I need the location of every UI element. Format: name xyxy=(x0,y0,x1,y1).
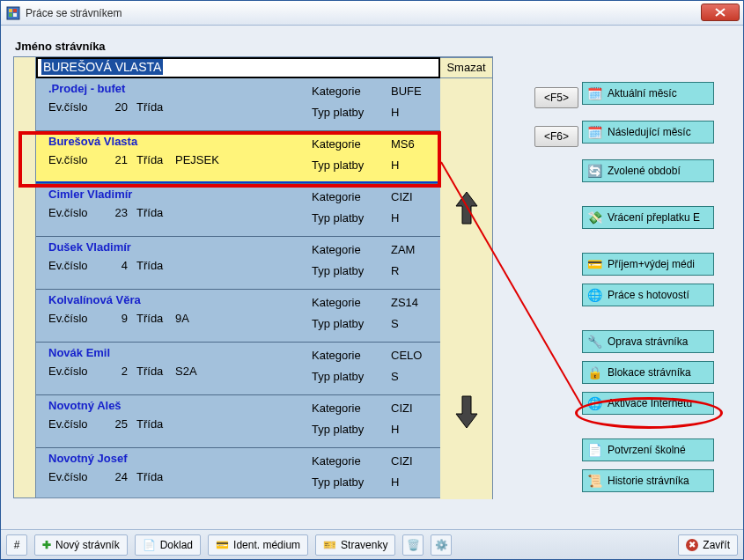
table-row[interactable]: Novotný JosefEv.číslo24TřídaKategorieCIZ… xyxy=(36,448,440,497)
refund-icon: 💸 xyxy=(586,210,602,225)
action-zvolene-obdobi[interactable]: 🔄 Zvolené období xyxy=(582,159,714,182)
kategorie-value: CIZI xyxy=(391,402,435,415)
table-row[interactable]: Kolvalínová VěraEv.číslo9Třída9AKategori… xyxy=(36,290,440,343)
trida-label: Třída xyxy=(136,470,175,483)
window-title: Práce se strávníkem xyxy=(26,7,122,19)
kategorie-label: Kategorie xyxy=(312,402,382,415)
card-icon: 💳 xyxy=(216,539,229,551)
cash-icon: 🌐 xyxy=(586,287,602,303)
lock-icon: 🔒 xyxy=(586,365,602,380)
ev-label: Ev.číslo xyxy=(48,259,101,272)
typplatby-label: Typ platby xyxy=(312,211,382,225)
table-row[interactable]: Novotný AlešEv.číslo25TřídaKategorieCIZI… xyxy=(36,395,440,448)
smazat-column: Smazat xyxy=(440,57,493,499)
doklad-button[interactable]: 📄 Doklad xyxy=(135,534,201,556)
table-row[interactable]: ▶Burešová VlastaEv.číslo21TřídaPEJSEKKat… xyxy=(36,131,440,184)
trida-label: Třída xyxy=(136,312,175,325)
media-io-icon: 💳 xyxy=(586,256,602,272)
table-row[interactable]: Cimler VladimírEv.číslo23TřídaKategorieC… xyxy=(36,184,440,237)
typplatby-value: H xyxy=(391,475,435,489)
table-row[interactable]: .Prodej - bufetEv.číslo20TřídaKategorieB… xyxy=(36,78,440,131)
history-icon: 📜 xyxy=(586,473,602,489)
trida-value xyxy=(175,259,246,272)
f6-hint[interactable]: <F6> xyxy=(534,126,578,147)
trida-value: 9A xyxy=(175,312,246,325)
table-row[interactable]: Dušek VladimírEv.číslo4TřídaKategorieZAM… xyxy=(36,237,440,290)
typplatby-label: Typ platby xyxy=(312,475,382,489)
hash-button[interactable]: # xyxy=(6,534,27,556)
typplatby-value: R xyxy=(391,264,435,277)
kategorie-value: CELO xyxy=(391,349,435,362)
scroll-up-button[interactable] xyxy=(443,181,490,235)
internet-icon: 🌐 xyxy=(586,395,602,411)
action-vraceni-preplatku[interactable]: 💸 Vrácení přeplatku E xyxy=(582,206,714,229)
ev-label: Ev.číslo xyxy=(48,312,101,325)
gear-button[interactable]: ⚙️ xyxy=(431,534,452,556)
wrench-icon: 🔧 xyxy=(586,334,602,350)
action-prace-hotovost[interactable]: 🌐 Práce s hotovostí xyxy=(582,284,714,306)
gear-icon: ⚙️ xyxy=(435,539,448,551)
kategorie-label: Kategorie xyxy=(312,190,382,203)
ev-value: 2 xyxy=(101,365,136,378)
close-button[interactable] xyxy=(701,4,740,21)
zavrit-button[interactable]: ✖ Zavřít xyxy=(678,534,738,556)
novy-stravnik-button[interactable]: ✚ Nový strávník xyxy=(34,534,128,556)
action-prijem-vydej[interactable]: 💳 Příjem+výdej médi xyxy=(582,253,714,276)
bottom-toolbar: # ✚ Nový strávník 📄 Doklad 💳 Ident. médi… xyxy=(1,529,743,559)
ev-value: 4 xyxy=(101,259,136,272)
list-grid: BUREŠOVÁ VLASTA Smazat .Prodej - bufetEv… xyxy=(13,56,493,498)
kategorie-label: Kategorie xyxy=(312,349,382,362)
typplatby-value: H xyxy=(391,423,435,436)
action-historie-stravnika[interactable]: 📜 Historie strávníka xyxy=(582,469,714,492)
action-potvrzeni-skolne[interactable]: 📄 Potvrzení školné xyxy=(582,438,714,461)
kategorie-value: CIZI xyxy=(391,190,435,203)
trida-label: Třída xyxy=(136,100,175,114)
action-oprava-stravnika[interactable]: 🔧 Oprava strávníka xyxy=(582,330,714,353)
ident-medium-button[interactable]: 💳 Ident. médium xyxy=(208,534,308,556)
typplatby-label: Typ platby xyxy=(312,106,382,119)
ticket-icon: 🎫 xyxy=(323,539,336,551)
action-aktivace-internetu[interactable]: 🌐 Aktivace Internetu xyxy=(582,392,714,415)
typplatby-label: Typ platby xyxy=(312,370,382,383)
right-panel: <F5> 🗓️ Aktuální měsíc <F6> 🗓️ Následují… xyxy=(534,82,728,500)
trida-label: Třída xyxy=(136,259,175,272)
ev-label: Ev.číslo xyxy=(48,206,101,219)
action-aktualni-mesic[interactable]: 🗓️ Aktuální měsíc xyxy=(582,82,714,105)
action-nasledujici-mesic[interactable]: 🗓️ Následující měsíc xyxy=(582,121,714,144)
close-red-icon: ✖ xyxy=(686,539,698,551)
arrow-up-icon xyxy=(455,190,478,225)
ev-value: 24 xyxy=(101,470,136,483)
f5-hint[interactable]: <F5> xyxy=(534,87,578,108)
titlebar: Práce se strávníkem xyxy=(1,1,743,26)
ev-label: Ev.číslo xyxy=(48,100,101,114)
trida-label: Třída xyxy=(136,206,175,219)
scroll-down-button[interactable] xyxy=(443,385,490,439)
svg-marker-6 xyxy=(456,396,477,428)
trida-label: Třída xyxy=(136,365,175,378)
typplatby-label: Typ platby xyxy=(312,264,382,277)
typplatby-value: H xyxy=(391,158,435,172)
svg-rect-3 xyxy=(9,13,12,17)
action-blokace-stravnika[interactable]: 🔒 Blokace strávníka xyxy=(582,361,714,384)
ev-label: Ev.číslo xyxy=(48,470,101,483)
ev-value: 23 xyxy=(101,206,136,219)
app-icon xyxy=(6,6,20,20)
smazat-header: Smazat xyxy=(440,57,492,78)
ev-label: Ev.číslo xyxy=(48,365,101,378)
search-input[interactable]: BUREŠOVÁ VLASTA xyxy=(36,57,440,78)
section-label: Jméno strávníka xyxy=(15,40,731,53)
row-gutter xyxy=(14,57,36,497)
svg-rect-1 xyxy=(9,9,12,12)
ev-value: 9 xyxy=(101,312,136,325)
arrow-down-icon xyxy=(455,394,478,430)
kategorie-value: CIZI xyxy=(391,454,435,468)
trash-button[interactable]: 🗑️ xyxy=(402,534,424,556)
trida-value xyxy=(175,417,246,431)
trida-label: Třída xyxy=(136,417,175,431)
typplatby-value: H xyxy=(391,211,435,225)
calendar-next-icon: 🗓️ xyxy=(586,124,602,140)
trida-value xyxy=(175,206,246,219)
stravenky-button[interactable]: 🎫 Stravenky xyxy=(315,534,395,556)
trida-value: PEJSEK xyxy=(175,153,246,166)
table-row[interactable]: Novák EmilEv.číslo2TřídaS2AKategorieCELO… xyxy=(36,343,440,395)
